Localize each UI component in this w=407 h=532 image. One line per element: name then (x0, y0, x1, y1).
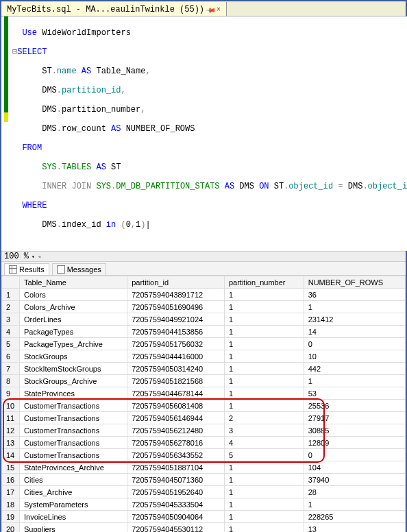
cell-partition-number: 1 (224, 474, 304, 486)
table-row[interactable]: 5PackageTypes_Archive7205759405175603210 (2, 338, 406, 350)
table-row[interactable]: 12CustomerTransactions720575940562124803… (2, 424, 406, 437)
cell-table-name: StockGroups (20, 350, 127, 363)
cell-partition-id: 72057594044416000 (127, 350, 225, 363)
row-number: 15 (2, 461, 20, 474)
row-number: 3 (2, 313, 20, 326)
table-row[interactable]: 16Cities72057594045071360137940 (2, 474, 406, 486)
tab-results[interactable]: Results (4, 263, 49, 275)
cell-partition-id: 72057594045333504 (127, 498, 225, 511)
cell-partition-id: 72057594049921024 (127, 313, 225, 326)
cell-partition-id: 72057594056146944 (127, 412, 225, 424)
table-row[interactable]: 8StockGroups_Archive7205759405182156811 (2, 375, 406, 387)
cell-partition-id: 72057594045071360 (127, 474, 225, 486)
cell-partition-id: 72057594044678144 (127, 387, 225, 400)
cell-number-of-rows: 228265 (304, 511, 405, 523)
cell-number-of-rows: 1 (304, 498, 405, 511)
col-partition-id[interactable]: partition_id (127, 276, 225, 289)
cell-partition-number: 1 (224, 387, 304, 400)
row-number: 6 (2, 350, 20, 363)
cell-partition-number: 1 (224, 375, 304, 387)
table-row[interactable]: 14CustomerTransactions720575940563435525… (2, 449, 406, 461)
results-tab-label: Results (19, 265, 45, 274)
table-row[interactable]: 7StockItemStockGroups7205759405031424014… (2, 363, 406, 375)
cell-table-name: CustomerTransactions (20, 400, 127, 412)
row-number: 11 (2, 412, 20, 424)
table-row[interactable]: 10CustomerTransactions720575940560814081… (2, 400, 406, 412)
messages-icon (57, 265, 65, 274)
sql-editor[interactable]: Use WideWorldImporters ⊟SELECT ST.name A… (1, 16, 406, 251)
table-row[interactable]: 11CustomerTransactions720575940561469442… (2, 412, 406, 424)
cell-partition-id: 72057594056081408 (127, 400, 225, 412)
row-number: 17 (2, 486, 20, 498)
cell-table-name: Suppliers (20, 523, 127, 533)
table-row[interactable]: 20Suppliers72057594045530112113 (2, 523, 406, 533)
cell-table-name: SystemParameters (20, 498, 127, 511)
cell-table-name: PackageTypes (20, 326, 127, 338)
row-number: 19 (2, 511, 20, 523)
cell-partition-id: 72057594051952640 (127, 486, 225, 498)
cell-table-name: Colors_Archive (20, 301, 127, 313)
table-row[interactable]: 6StockGroups72057594044416000110 (2, 350, 406, 363)
row-number: 4 (2, 326, 20, 338)
cell-number-of-rows: 36 (304, 289, 405, 301)
row-number: 5 (2, 338, 20, 350)
cell-partition-number: 1 (224, 523, 304, 533)
tab-messages[interactable]: Messages (52, 263, 106, 275)
row-number: 13 (2, 437, 20, 449)
table-row[interactable]: 17Cities_Archive72057594051952640128 (2, 486, 406, 498)
cell-partition-number: 1 (224, 363, 304, 375)
cell-partition-number: 2 (224, 412, 304, 424)
cell-partition-id: 72057594056278016 (127, 437, 225, 449)
cell-partition-number: 1 (224, 301, 304, 313)
cell-partition-id: 72057594056212480 (127, 424, 225, 437)
table-row[interactable]: 3OrderLines720575940499210241231412 (2, 313, 406, 326)
file-tab[interactable]: MyTecBits.sql - MA...eaulinTwinkle (55))… (1, 2, 227, 16)
table-row[interactable]: 15StateProvinces_Archive7205759405188710… (2, 461, 406, 474)
col-number-of-rows[interactable]: NUMBER_OF_ROWS (304, 276, 405, 289)
cell-partition-id: 72057594056343552 (127, 449, 225, 461)
table-row[interactable]: 9StateProvinces72057594044678144153 (2, 387, 406, 400)
row-number: 8 (2, 375, 20, 387)
cell-number-of-rows: 30885 (304, 424, 405, 437)
cell-table-name: Cities (20, 474, 127, 486)
table-row[interactable]: 1Colors72057594043891712136 (2, 289, 406, 301)
cell-partition-number: 1 (224, 350, 304, 363)
cell-number-of-rows: 10 (304, 350, 405, 363)
scroll-left-icon[interactable]: ◂ (38, 253, 41, 261)
corner-header (2, 276, 20, 289)
table-row[interactable]: 4PackageTypes72057594044153856114 (2, 326, 406, 338)
col-partition-number[interactable]: partition_number (224, 276, 304, 289)
tab-title: MyTecBits.sql - MA...eaulinTwinkle (55)) (7, 5, 204, 14)
table-row[interactable]: 2Colors_Archive7205759405169049611 (2, 301, 406, 313)
row-number: 2 (2, 301, 20, 313)
cell-partition-id: 72057594044153856 (127, 326, 225, 338)
cell-number-of-rows: 14 (304, 326, 405, 338)
row-number: 18 (2, 498, 20, 511)
code-area[interactable]: Use WideWorldImporters ⊟SELECT ST.name A… (8, 16, 407, 251)
messages-tab-label: Messages (67, 265, 101, 274)
cell-partition-id: 72057594051887104 (127, 461, 225, 474)
table-row[interactable]: 13CustomerTransactions720575940562780164… (2, 437, 406, 449)
row-number: 7 (2, 363, 20, 375)
cell-number-of-rows: 104 (304, 461, 405, 474)
row-number: 1 (2, 289, 20, 301)
table-row[interactable]: 19InvoiceLines720575940509040641228265 (2, 511, 406, 523)
cell-number-of-rows: 1 (304, 375, 405, 387)
cell-partition-id: 72057594050904064 (127, 511, 225, 523)
cell-partition-id: 72057594043891712 (127, 289, 225, 301)
close-icon[interactable]: × (217, 6, 221, 14)
cell-table-name: OrderLines (20, 313, 127, 326)
row-number: 16 (2, 474, 20, 486)
cell-table-name: CustomerTransactions (20, 449, 127, 461)
zoom-dropdown-icon[interactable]: ▾ (32, 254, 35, 260)
cell-partition-number: 1 (224, 498, 304, 511)
cell-table-name: StateProvinces_Archive (20, 461, 127, 474)
table-row[interactable]: 18SystemParameters7205759404533350411 (2, 498, 406, 511)
result-tabs: Results Messages (1, 262, 406, 276)
results-grid[interactable]: Table_Name partition_id partition_number… (1, 276, 406, 532)
cell-number-of-rows: 37940 (304, 474, 405, 486)
cell-partition-number: 5 (224, 449, 304, 461)
col-table-name[interactable]: Table_Name (20, 276, 127, 289)
pin-icon[interactable]: 📌 (205, 4, 216, 15)
cell-number-of-rows: 12809 (304, 437, 405, 449)
